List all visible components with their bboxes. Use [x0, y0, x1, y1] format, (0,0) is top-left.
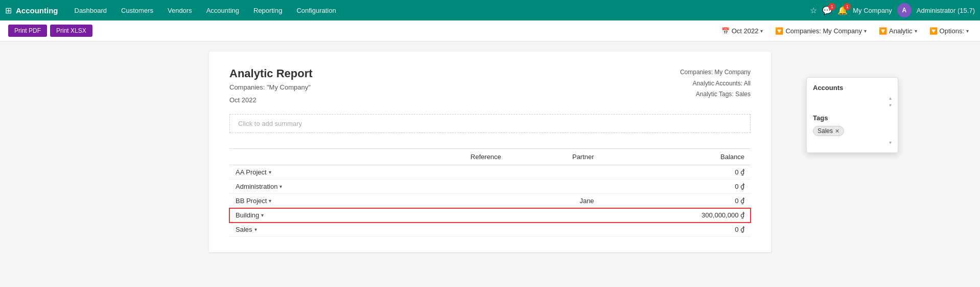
- col-balance-header: Balance: [600, 149, 751, 165]
- sales-tag-label: Sales: [818, 127, 833, 135]
- app-name: Accounting: [16, 6, 58, 15]
- col-reference-header: Reference: [390, 149, 507, 165]
- expand-icon[interactable]: ▾: [261, 212, 264, 218]
- row-balance-0: 0 ₫: [600, 165, 751, 180]
- report-meta-line3: Analytic Tags: Sales: [680, 89, 751, 100]
- nav-dashboard[interactable]: Dashboard: [68, 5, 113, 16]
- date-filter-label: Oct 2022: [732, 27, 759, 35]
- report-date: Oct 2022: [229, 96, 313, 104]
- analytic-filter-label: Analytic: [889, 27, 913, 35]
- row-text: Administration: [236, 183, 277, 190]
- row-label-0[interactable]: AA Project ▾: [229, 165, 390, 180]
- date-caret-icon: ▾: [760, 28, 763, 34]
- row-text: Building: [236, 211, 259, 219]
- row-balance-2: 0 ₫: [600, 194, 751, 208]
- report-header-row: Analytic Report Companies: "My Company" …: [229, 67, 751, 114]
- filter-icon: 🔽: [775, 27, 783, 35]
- activity-icon[interactable]: 🔔 1: [837, 6, 848, 15]
- row-reference-0: [390, 165, 507, 180]
- row-text: AA Project: [236, 168, 267, 176]
- nav-reporting[interactable]: Reporting: [247, 5, 288, 16]
- row-partner-0: [507, 165, 600, 180]
- accounts-scroll-up[interactable]: ▴: [813, 96, 892, 101]
- row-text: BB Project: [236, 197, 267, 205]
- col-label-header: [229, 149, 390, 165]
- options-filter-icon: 🔽: [929, 27, 938, 35]
- row-balance-3: 300,000,000 ₫: [600, 208, 751, 223]
- date-filter-button[interactable]: 📅 Oct 2022 ▾: [718, 26, 766, 36]
- tags-section-title: Tags: [813, 114, 892, 122]
- analytic-filter-button[interactable]: 🔽 Analytic ▾: [876, 26, 920, 36]
- report-main-title: Analytic Report: [229, 67, 313, 80]
- print-xlsx-button[interactable]: Print XLSX: [50, 25, 92, 37]
- nav-vendors[interactable]: Vendors: [161, 5, 198, 16]
- row-partner-3: [507, 208, 600, 223]
- top-navigation: ⊞ Accounting Dashboard Customers Vendors…: [0, 0, 980, 20]
- col-partner-header: Partner: [507, 149, 600, 165]
- table-row: Sales ▾ 0 ₫: [229, 223, 751, 237]
- table-row: AA Project ▾ 0 ₫: [229, 165, 751, 180]
- app-grid-icon[interactable]: ⊞: [5, 6, 12, 15]
- chat-icon[interactable]: 💬 1: [822, 6, 832, 15]
- companies-filter-label: Companies: My Company: [785, 27, 862, 35]
- row-partner-4: [507, 223, 600, 237]
- table-header-row: Reference Partner Balance: [229, 149, 751, 165]
- avatar[interactable]: A: [897, 3, 912, 17]
- report-meta-line1: Companies: My Company: [680, 67, 751, 78]
- row-reference-1: [390, 180, 507, 194]
- nav-accounting[interactable]: Accounting: [200, 5, 245, 16]
- row-label-4[interactable]: Sales ▾: [229, 223, 390, 237]
- row-label-1[interactable]: Administration ▾: [229, 180, 390, 194]
- row-reference-2: [390, 194, 507, 208]
- activity-badge: 1: [844, 3, 851, 10]
- chat-badge: 1: [828, 3, 835, 10]
- main-content: Accounts ▴ ▾ Tags Sales ✕ ▾ Analytic Rep…: [0, 52, 980, 252]
- companies-filter-button[interactable]: 🔽 Companies: My Company ▾: [772, 26, 870, 36]
- company-name[interactable]: My Company: [853, 7, 892, 14]
- options-caret-icon: ▾: [966, 28, 969, 34]
- row-balance-1: 0 ₫: [600, 180, 751, 194]
- row-label-2[interactable]: BB Project ▾: [229, 194, 390, 208]
- sales-tag-remove-icon[interactable]: ✕: [835, 128, 839, 135]
- row-reference-4: [390, 223, 507, 237]
- row-partner-2: Jane: [507, 194, 600, 208]
- companies-caret-icon: ▾: [864, 28, 867, 34]
- expand-icon[interactable]: ▾: [269, 198, 271, 204]
- report-left-header: Analytic Report Companies: "My Company" …: [229, 67, 313, 114]
- row-text: Sales: [236, 226, 252, 233]
- analytic-filter-icon: 🔽: [879, 27, 887, 35]
- report-meta-line2: Analytic Accounts: All: [680, 78, 751, 90]
- analytic-dropdown-panel: Accounts ▴ ▾ Tags Sales ✕ ▾: [806, 77, 898, 153]
- summary-box[interactable]: Click to add summary: [229, 114, 751, 133]
- report-subtitle: Companies: "My Company": [229, 83, 313, 91]
- row-label-3[interactable]: Building ▾: [229, 208, 390, 223]
- row-partner-1: [507, 180, 600, 194]
- toolbar: Print PDF Print XLSX 📅 Oct 2022 ▾ 🔽 Comp…: [0, 20, 980, 41]
- row-balance-4: 0 ₫: [600, 223, 751, 237]
- table-row: Building ▾ 300,000,000 ₫: [229, 208, 751, 223]
- report-table: Reference Partner Balance AA Project ▾ 0…: [229, 148, 751, 237]
- options-filter-label: Options:: [940, 27, 964, 35]
- table-row: BB Project ▾ Jane0 ₫: [229, 194, 751, 208]
- accounts-scroll-down[interactable]: ▾: [813, 103, 892, 108]
- accounts-section-title: Accounts: [813, 84, 892, 92]
- table-row: Administration ▾ 0 ₫: [229, 180, 751, 194]
- expand-icon[interactable]: ▾: [279, 184, 282, 189]
- expand-icon[interactable]: ▾: [254, 227, 257, 232]
- nav-customers[interactable]: Customers: [115, 5, 159, 16]
- report-area: Analytic Report Companies: "My Company" …: [209, 52, 771, 252]
- admin-label[interactable]: Administrator (15.7): [917, 7, 975, 14]
- calendar-icon: 📅: [721, 27, 730, 35]
- filters-section: 📅 Oct 2022 ▾ 🔽 Companies: My Company ▾ 🔽…: [718, 26, 972, 36]
- report-meta: Companies: My Company Analytic Accounts:…: [680, 67, 751, 100]
- star-icon[interactable]: ☆: [810, 6, 817, 15]
- tags-scroll-down[interactable]: ▾: [813, 140, 892, 145]
- nav-configuration[interactable]: Configuration: [290, 5, 342, 16]
- sales-tag[interactable]: Sales ✕: [813, 126, 844, 136]
- expand-icon[interactable]: ▾: [269, 169, 271, 175]
- print-pdf-button[interactable]: Print PDF: [8, 25, 47, 37]
- options-filter-button[interactable]: 🔽 Options: ▾: [926, 26, 972, 36]
- nav-right-section: ☆ 💬 1 🔔 1 My Company A Administrator (15…: [810, 3, 975, 17]
- nav-menu: Dashboard Customers Vendors Accounting R…: [68, 5, 810, 16]
- row-reference-3: [390, 208, 507, 223]
